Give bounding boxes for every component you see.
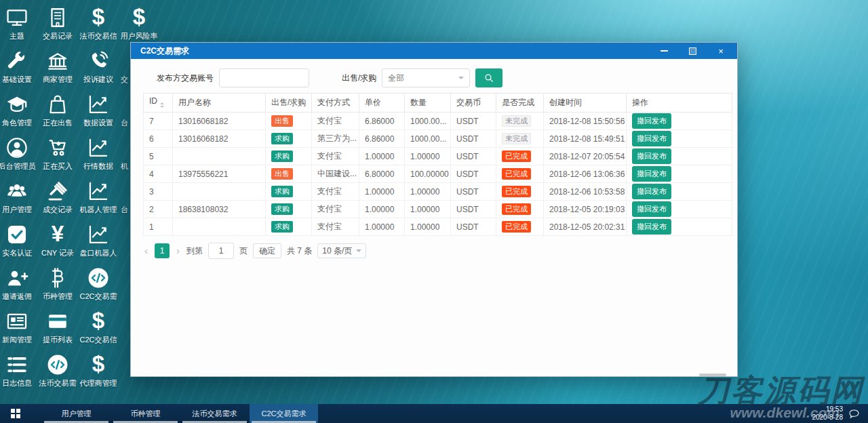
cell-price: 1.00000	[359, 183, 405, 201]
cell-action: 撤回发布	[627, 218, 732, 236]
cell-id: 5	[144, 148, 173, 165]
search-button[interactable]	[475, 68, 502, 87]
desktop-icon-user-plus[interactable]: 邀请返佣	[0, 264, 39, 302]
desktop-icon-dollar[interactable]: $代理商管理	[77, 351, 120, 388]
desktop-icon-label: 基础设置	[0, 75, 39, 85]
maximize-button[interactable]	[687, 45, 698, 56]
withdraw-publish-button[interactable]: 撤回发布	[632, 148, 671, 164]
minimize-button[interactable]	[658, 45, 669, 56]
side-label: 出售/求购	[342, 73, 376, 84]
partial-icon-label: 交	[121, 75, 130, 85]
cell-amount: 1.00000	[405, 218, 451, 236]
column-header-label: 出售/求购	[271, 98, 306, 107]
page-size-select[interactable]: 10 条/页	[317, 243, 366, 258]
bitcoin-icon	[36, 264, 79, 290]
table-row: 413975556221出售中国建设...6.80000100.00000USD…	[144, 165, 732, 183]
cell-side: 出售	[266, 113, 312, 130]
withdraw-publish-button[interactable]: 撤回发布	[632, 219, 671, 235]
close-button[interactable]: ×	[715, 45, 726, 56]
cell-amount: 1.00000	[405, 201, 451, 218]
newspaper-icon	[0, 308, 39, 334]
taskbar-task[interactable]: 币种管理	[111, 404, 180, 423]
sort-icon[interactable]	[160, 100, 164, 110]
window-titlebar[interactable]: C2C交易需求 ×	[131, 43, 737, 59]
cell-coin: USDT	[451, 113, 496, 130]
cell-amount: 1000.00...	[405, 130, 451, 148]
column-header-label: 单价	[365, 98, 381, 107]
taskbar-task[interactable]: 用户管理	[42, 404, 111, 423]
column-header-3: 支付方式	[312, 94, 359, 113]
desktop-icon-grad-cap[interactable]: 角色管理	[0, 91, 39, 128]
withdraw-publish-button[interactable]: 撤回发布	[632, 131, 671, 146]
status-badge: 已完成	[502, 186, 531, 197]
desktop-icon-label: 交易记录	[36, 31, 79, 41]
desktop-icon-building[interactable]: 交易记录	[36, 4, 79, 41]
desktop-icon-shopping-bag[interactable]: 正在出售	[36, 91, 79, 128]
desktop-icon-log-list[interactable]: 日志信息	[0, 351, 39, 388]
partial-icon-label: 台	[121, 118, 130, 128]
start-button[interactable]	[0, 404, 31, 423]
withdraw-publish-button[interactable]: 撤回发布	[632, 113, 671, 129]
desktop-icon-label: 法币交易信	[77, 31, 120, 41]
notification-bubble-icon[interactable]	[848, 409, 860, 419]
desktop-icon-dollar[interactable]: $C2C交易信	[77, 308, 120, 345]
column-header-label: 是否完成	[502, 98, 534, 107]
clock-date: 2020-8-28	[812, 414, 843, 422]
building-icon	[36, 4, 79, 30]
cell-user: 13975556221	[173, 165, 266, 183]
desktop-icon-yen[interactable]: ¥CNY 记录	[36, 221, 79, 258]
desktop-icon-admin-person[interactable]: 后台管理员	[0, 134, 39, 172]
taskbar: 用户管理币种管理法币交易需求C2C交易需求 19:53 2020-8-28	[0, 404, 868, 423]
desktop-icon-dollar[interactable]: $法币交易信	[77, 4, 120, 41]
desktop-icon-coin-diamond[interactable]: 法币交易需	[36, 351, 79, 388]
cell-coin: USDT	[451, 148, 496, 165]
taskbar-task[interactable]: 法币交易需求	[180, 404, 249, 423]
cell-id: 1	[144, 218, 173, 236]
desktop-icon-line-chart[interactable]: 盘口机器人	[77, 221, 120, 258]
desktop-icon-bitcoin[interactable]: 币种管理	[36, 264, 79, 302]
cell-pay: 第三方为...	[312, 130, 359, 148]
desktop-icon-wrench[interactable]: 基础设置	[0, 47, 39, 85]
desktop-icon-phone[interactable]: 投诉建议	[77, 47, 120, 85]
withdraw-publish-button[interactable]: 撤回发布	[632, 184, 671, 199]
desktop-icon-bank[interactable]: 商家管理	[36, 47, 79, 85]
desktop-icon-label: 新闻管理	[0, 335, 39, 345]
withdraw-publish-button[interactable]: 撤回发布	[632, 201, 671, 217]
desktop-icon-label: 用户管理	[0, 205, 39, 215]
cell-status: 已完成	[496, 183, 544, 201]
desktop-icon-coin-diamond[interactable]: C2C交易需	[77, 264, 120, 302]
pagination-next-button[interactable]: ›	[175, 243, 181, 258]
withdraw-publish-button[interactable]: 撤回发布	[632, 166, 671, 182]
cell-pay: 支付宝	[312, 201, 359, 218]
pagination-prev-button[interactable]: ‹	[143, 243, 149, 258]
desktop-icon-cart[interactable]: 正在买入	[36, 134, 79, 172]
desktop-icon-bank-card[interactable]: 提币列表	[36, 308, 79, 345]
desktop-icon-line-chart[interactable]: 数据设置	[77, 91, 120, 128]
account-input[interactable]	[219, 68, 309, 87]
grad-cap-icon	[0, 91, 39, 117]
desktop-icon-dollar[interactable]: $用户风险率	[117, 4, 161, 41]
desktop-icon-line-chart[interactable]: 机器人管理	[77, 178, 120, 215]
side-select-value: 全部	[388, 73, 404, 84]
horizontal-scrollbar-thumb[interactable]	[699, 374, 726, 376]
taskbar-clock[interactable]: 19:53 2020-8-28	[812, 405, 843, 422]
pagination-page-1[interactable]: 1	[155, 243, 170, 258]
pagination-goto-input[interactable]	[208, 243, 234, 259]
desktop-icon-gavel[interactable]: 成交记录	[36, 178, 79, 215]
desktop-icon-users[interactable]: 用户管理	[0, 178, 39, 215]
desktop-icon-newspaper[interactable]: 新闻管理	[0, 308, 39, 345]
desktop-icon-line-chart[interactable]: 行情数据	[77, 134, 120, 172]
taskbar-task[interactable]: C2C交易需求	[250, 404, 318, 423]
table-row: 5求购支付宝1.000001.00000USDT已完成2018-12-07 20…	[144, 148, 732, 165]
cell-side: 求购	[266, 201, 312, 218]
chevron-down-icon	[356, 249, 361, 255]
column-header-id[interactable]: ID	[144, 94, 173, 113]
pagination-confirm-button[interactable]: 确定	[253, 243, 281, 258]
cell-side: 求购	[266, 218, 312, 236]
side-select[interactable]: 全部	[382, 68, 470, 87]
column-header-label: 创建时间	[549, 98, 582, 107]
desktop-icon-check-square[interactable]: 实名认证	[0, 221, 39, 258]
coin-diamond-icon	[77, 264, 120, 290]
desktop-icon-label: 法币交易需	[36, 378, 79, 388]
desktop-icon-monitor[interactable]: 主题	[0, 4, 39, 41]
